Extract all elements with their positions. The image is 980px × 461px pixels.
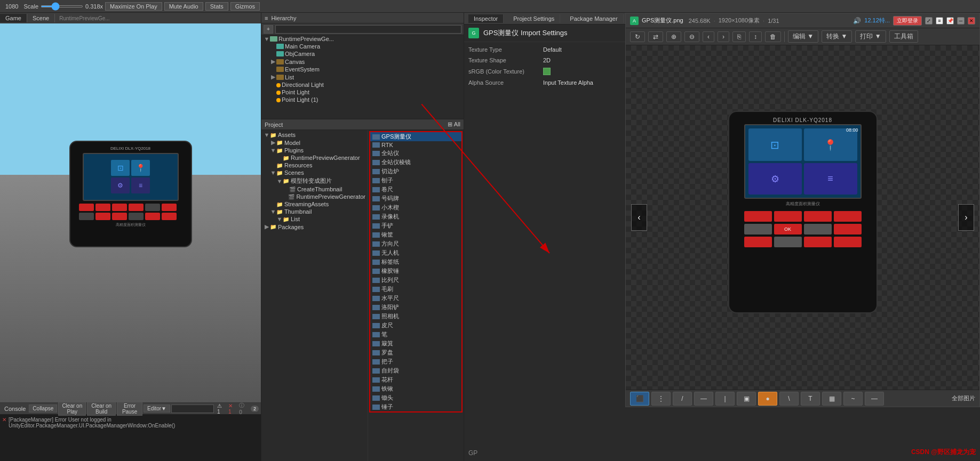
drone-file[interactable]: 无人机 (370, 248, 461, 257)
scale-slider[interactable] (41, 5, 83, 7)
bottom-icon-8[interactable]: \ (779, 392, 799, 406)
srgb-checkbox[interactable] (543, 68, 551, 75)
bottom-icon-2[interactable]: ⋮ (651, 392, 671, 406)
hier-obj-camera[interactable]: ObjCamera (261, 50, 464, 58)
brush-file[interactable]: 毛刷 (370, 285, 461, 294)
rotate-btn[interactable]: ↻ (630, 31, 645, 42)
list-folder[interactable]: ▼📁List (261, 215, 368, 223)
packages-folder[interactable]: ▶📁Packages (261, 223, 368, 231)
hier-main-camera[interactable]: Main Camera (261, 43, 464, 50)
prev-btn[interactable]: ‹ (703, 31, 714, 42)
error-pause-btn[interactable]: Error Pause (117, 402, 142, 416)
delete-btn[interactable]: 🗑 (765, 31, 781, 42)
close-btn[interactable]: ✕ (968, 17, 975, 25)
convert-dropdown-btn[interactable]: 转换 ▼ (822, 30, 852, 43)
plane-file[interactable]: 刨子 (370, 176, 461, 185)
clear-on-play-btn[interactable]: Clear on Play (58, 402, 86, 416)
bottom-icon-10[interactable]: ▦ (822, 392, 841, 406)
collapse-btn[interactable]: Collapse (29, 405, 57, 413)
bottom-icon-5[interactable]: | (715, 392, 735, 406)
bottom-icon-7[interactable]: ● (758, 392, 777, 406)
game-tab[interactable]: Game (0, 14, 27, 22)
hamburger-btn[interactable]: ≡ (936, 17, 943, 25)
hier-point-light[interactable]: Point Light (261, 88, 464, 96)
bottom-icon-1[interactable]: ⬛ (630, 392, 649, 406)
inspector-tab[interactable]: Inspector (468, 14, 504, 23)
hier-canvas[interactable]: ▶ Canvas (261, 58, 464, 66)
hammer-file[interactable]: 锤子 (370, 402, 461, 411)
plugins-folder[interactable]: ▼📁Plugins (261, 147, 368, 154)
ziplock-bag-file[interactable]: 自封袋 (370, 366, 461, 375)
login-btn[interactable]: 立即登录 (893, 16, 922, 26)
pen-file[interactable]: 笔 (370, 330, 461, 339)
project-toolbar-all[interactable]: ⊞ All (448, 121, 460, 128)
hand-shovel-file[interactable]: 手铲 (370, 221, 461, 230)
gps-file[interactable]: GPS测量仪 (370, 132, 461, 141)
hier-scene-root[interactable]: ▼ RuntimePreviewGe... (261, 35, 464, 43)
hier-dir-light[interactable]: Directional Light (261, 81, 464, 88)
compass-file[interactable]: 罗盘 (370, 348, 461, 357)
basket-file[interactable]: 锹筐 (370, 230, 461, 239)
bottom-icon-11[interactable]: ~ (843, 392, 863, 406)
bottom-icon-3[interactable]: / (673, 392, 692, 406)
total-station-file[interactable]: 全站仪 (370, 149, 461, 158)
mute-audio-btn[interactable]: Mute Audio (164, 2, 203, 11)
edge-cutter-file[interactable]: 切边炉 (370, 167, 461, 176)
hierarchy-search[interactable] (275, 25, 461, 34)
scene-tab[interactable]: Scene (27, 14, 55, 22)
bottom-icon-12[interactable]: — (865, 392, 884, 406)
model-convert-folder[interactable]: ▼📁模型转变成图片 (261, 176, 368, 185)
nav-left-btn[interactable]: ‹ (631, 204, 647, 231)
luoyang-spade-file[interactable]: 洛阳铲 (370, 303, 461, 312)
rtk-file[interactable]: RTK (370, 141, 461, 149)
pin-btn[interactable]: 📌 (946, 17, 954, 25)
photo-camera-file[interactable]: 照相机 (370, 312, 461, 321)
hier-eventsystem[interactable]: EventSystem (261, 66, 464, 73)
zoom-out-btn[interactable]: ⊖ (684, 31, 699, 42)
stats-btn[interactable]: Stats (205, 2, 228, 11)
project-settings-tab[interactable]: Project Settings (508, 14, 560, 23)
bottom-icon-4[interactable]: — (694, 392, 713, 406)
hier-list[interactable]: ▶ List (261, 73, 464, 81)
resources-folder[interactable]: 📁Resources (261, 161, 368, 169)
zoom-in-btn[interactable]: ⊕ (666, 31, 681, 42)
camera-file[interactable]: 录像机 (370, 212, 461, 221)
rtpreviewgen-folder[interactable]: 📁RuntimePreviewGenerator (261, 154, 368, 161)
level-file[interactable]: 水平尺 (370, 294, 461, 303)
model-folder[interactable]: ▶📁Model (261, 139, 368, 147)
streaming-assets-folder[interactable]: 📁StreamingAssets (261, 200, 368, 208)
flip-v-btn[interactable]: ↕ (749, 31, 762, 42)
minimize-btn[interactable]: ─ (957, 17, 965, 25)
direction-ruler-file[interactable]: 方向尺 (370, 239, 461, 248)
scale-file[interactable]: 比列尺 (370, 276, 461, 285)
next-btn[interactable]: › (718, 31, 729, 42)
print-dropdown-btn[interactable]: 打印 ▼ (855, 30, 886, 43)
maximize-on-play-btn[interactable]: Maximize On Play (105, 2, 162, 11)
scenes-folder[interactable]: ▼📁Scenes (261, 169, 368, 176)
hier-point-light2[interactable]: Point Light (1) (261, 96, 464, 103)
editor-btn[interactable]: Editor▼ (144, 405, 170, 413)
thumbnail-folder[interactable]: ▼📁Thumbnail (261, 208, 368, 215)
hoe-file[interactable]: 锄头 (370, 393, 461, 402)
toolbox-btn[interactable]: 工具箱 (889, 30, 918, 43)
bottom-icon-9[interactable]: T (801, 392, 820, 406)
dustpan-file[interactable]: 簸箕 (370, 339, 461, 348)
total-station-prism-file[interactable]: 全站仪棱镜 (370, 158, 461, 167)
flip-h-btn[interactable]: ⇄ (648, 31, 663, 42)
copy-btn[interactable]: ⎘ (732, 31, 746, 42)
console-search[interactable] (171, 405, 214, 413)
clear-on-build-btn[interactable]: Clear on Build (87, 402, 116, 416)
create-thumbnail-scene[interactable]: 🎬CreateThumbnail (261, 185, 368, 193)
maximize-btn[interactable]: ⤢ (925, 17, 933, 25)
label-paper-file[interactable]: 标签纸 (370, 257, 461, 266)
hier-add-btn[interactable]: + (264, 25, 273, 34)
iron-spade-file[interactable]: 铁锹 (370, 384, 461, 393)
assets-folder[interactable]: ▼📁Assets (261, 131, 368, 139)
gizmos-btn[interactable]: Gizmos (230, 2, 260, 11)
rtpreviewgen-scene[interactable]: 🎬RuntimePreviewGenerator (261, 193, 368, 200)
all-images-btn[interactable]: 全部图片 (952, 394, 975, 402)
edit-dropdown-btn[interactable]: 编辑 ▼ (788, 30, 818, 43)
bottom-icon-6[interactable]: ▣ (737, 392, 756, 406)
package-manager-tab[interactable]: Package Manager (564, 14, 623, 23)
rubber-hammer-file[interactable]: 橡胶锤 (370, 266, 461, 276)
